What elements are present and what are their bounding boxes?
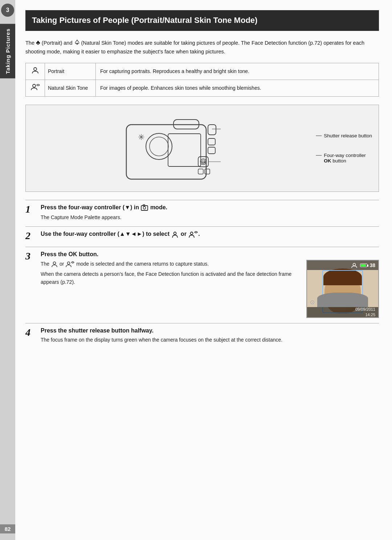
person-body (317, 293, 368, 307)
svg-text:✳: ✳ (138, 133, 144, 142)
table-row: Natural Skin Tone For images of people. … (26, 80, 379, 96)
step-1: 1 Press the four-way controller (▼) in m… (25, 200, 379, 221)
svg-point-0 (34, 68, 37, 70)
natural-skin-icon-cell (26, 80, 45, 96)
portrait-icon-cell (26, 63, 45, 80)
portrait-inline-icon (51, 261, 58, 268)
camera-labels: — Shutter release button — Four-way cont… (316, 133, 372, 164)
sidebar: 3 Taking Pictures 82 (0, 0, 15, 540)
preview-battery-icon (360, 263, 367, 267)
step-2: 2 Use the four-way controller (▲▼◄►) to … (25, 226, 379, 242)
page-title: Taking Pictures of People (Portrait/Natu… (25, 10, 379, 31)
battery-fill (361, 264, 366, 266)
portrait-name: Portrait (45, 63, 96, 80)
mode-table: Portrait For capturing portraits. Reprod… (25, 63, 379, 97)
step-4-content: Press the shutter release button halfway… (41, 327, 379, 344)
svg-rect-15 (198, 169, 203, 174)
chapter-number: 3 (1, 4, 14, 17)
svg-rect-9 (208, 138, 215, 145)
table-row: Portrait For capturing portraits. Reprod… (26, 63, 379, 80)
camera-mode-icon (140, 204, 148, 212)
step-3-number: 3 (25, 251, 37, 262)
svg-point-25 (68, 262, 70, 264)
portrait-select-icon (171, 230, 179, 238)
svg-rect-10 (208, 147, 215, 154)
camera-preview: 38 ⊙ 09/09/2011 (306, 260, 379, 318)
svg-point-26 (353, 263, 356, 266)
step-3-text: The or mode is selected and (41, 260, 300, 286)
step-3-content: Press the OK button. The or (41, 251, 379, 318)
natural-skin-mode-icon (30, 83, 40, 92)
step-3-title: Press the OK button. (41, 251, 379, 258)
svg-rect-7 (168, 134, 201, 166)
preview-date: 09/09/2011 (355, 307, 375, 312)
natural-skin-inline-icon (65, 261, 75, 268)
ok-button-label: OK (324, 158, 331, 164)
step-2-title: Use the four-way controller (▲▼◄►) to se… (41, 230, 379, 238)
intro-paragraph: The ♣ (Portrait) and ♤ (Natural Skin Ton… (25, 37, 379, 56)
camera-svg: ✳ OK (112, 114, 228, 183)
settings-icon: ⊙ (310, 299, 315, 306)
step-3: 3 Press the OK button. The or (25, 247, 379, 318)
svg-point-23 (191, 232, 193, 234)
svg-point-5 (150, 137, 168, 156)
page-wrapper: 3 Taking Pictures 82 Taking Pictures of … (0, 0, 392, 540)
step-4-title: Press the shutter release button halfway… (41, 327, 379, 335)
step-3-desc2: When the camera detects a person's face,… (41, 270, 300, 286)
natural-skin-description: For images of people. Enhances skin tone… (96, 80, 379, 96)
page-number: 82 (0, 524, 15, 533)
step-3-desc1: The or mode is selected and (41, 260, 300, 268)
step-4-desc: The focus frame on the display turns gre… (41, 336, 379, 344)
step-1-title: Press the four-way controller (▼) in mod… (41, 204, 379, 212)
svg-rect-16 (205, 169, 210, 174)
portrait-mode-icon (31, 66, 40, 75)
preview-bottombar: 09/09/2011 14:25 (307, 307, 378, 317)
chapter-label: Taking Pictures (0, 24, 15, 78)
camera-illustration: ✳ OK (32, 114, 307, 183)
fourway-label: — Four-way controller OK button (316, 153, 372, 164)
natural-skin-select-icon (188, 230, 198, 238)
natural-skin-name: Natural Skin Tone (45, 80, 96, 96)
svg-rect-8 (208, 125, 216, 135)
svg-text:OK: OK (202, 161, 206, 164)
svg-point-22 (174, 232, 176, 234)
step-3-inner: The or mode is selected and (41, 260, 379, 318)
step-1-desc: The Capture Mode Palette appears. (41, 213, 379, 221)
preview-count: 38 (369, 262, 375, 268)
main-content: Taking Pictures of People (Portrait/Natu… (15, 0, 392, 540)
fourway-label-text: Four-way controller (324, 153, 366, 158)
svg-point-24 (53, 262, 56, 264)
step-2-number: 2 (25, 230, 37, 242)
svg-rect-21 (143, 205, 145, 206)
shutter-label: — Shutter release button (316, 133, 372, 139)
portrait-description: For capturing portraits. Reproduces a he… (96, 63, 379, 80)
step-2-content: Use the four-way controller (▲▼◄►) to se… (41, 230, 379, 240)
step-4-number: 4 (25, 327, 37, 338)
preview-portrait-mode-icon (351, 262, 358, 268)
shutter-label-text: Shutter release button (324, 133, 372, 138)
step-4: 4 Press the shutter release button halfw… (25, 323, 379, 344)
svg-point-1 (33, 84, 36, 87)
step-1-number: 1 (25, 204, 37, 215)
camera-diagram: ✳ OK (25, 105, 379, 192)
step-1-content: Press the four-way controller (▼) in mod… (41, 204, 379, 221)
svg-point-20 (143, 206, 146, 209)
preview-time: 14:25 (365, 312, 375, 317)
